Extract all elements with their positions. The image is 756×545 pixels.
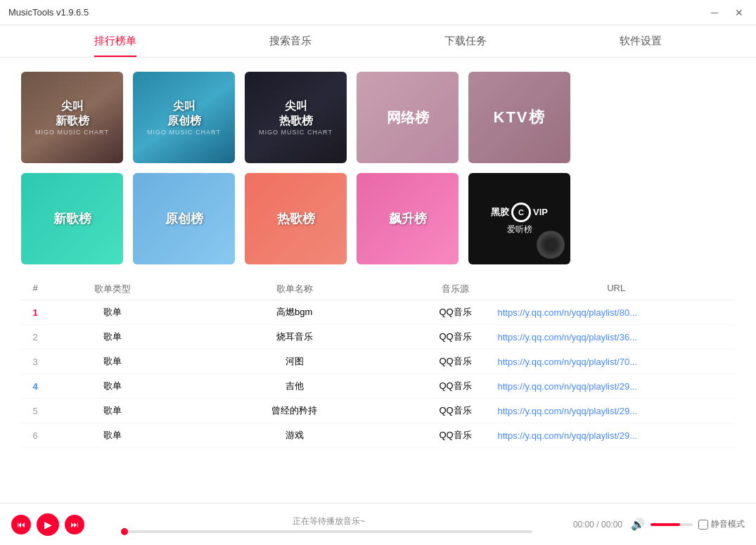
tab-settings[interactable]: 软件设置 [553,25,728,57]
col-header-type: 歌单类型 [49,283,176,295]
volume-fill [651,523,680,526]
player-controls: ⏮ ▶ ⏭ [11,513,84,536]
row-5-num: 5 [21,406,49,416]
row-6-url: https://y.qq.com/n/yqq/playlist/29... [498,430,736,441]
row-6-num: 6 [21,430,49,441]
card-hot-songs-label: 热歌榜 [277,210,315,227]
table-row[interactable]: 3 歌单 河图 QQ音乐 https://y.qq.com/n/yqq/play… [21,350,735,374]
card-hot-songs[interactable]: 热歌榜 [245,173,347,264]
table-row[interactable]: 4 歌单 吉他 QQ音乐 https://y.qq.com/n/yqq/play… [21,374,735,399]
minimize-button[interactable]: ─ [707,6,722,20]
table-row[interactable]: 6 歌单 游戏 QQ音乐 https://y.qq.com/n/yqq/play… [21,423,735,448]
tab-search[interactable]: 搜索音乐 [203,25,378,57]
prev-button[interactable]: ⏮ [11,515,31,534]
player-time: 00:00 / 00:00 [573,520,622,530]
vinyl-vip-logo: 黑胶 C VIP 爱听榜 [491,203,548,236]
row-3-type: 歌单 [49,355,176,368]
row-3-num: 3 [21,357,49,367]
row-3-name: 河图 [176,355,414,368]
table-row[interactable]: 5 歌单 曾经的矜持 QQ音乐 https://y.qq.com/n/yqq/p… [21,399,735,423]
row-4-type: 歌单 [49,380,176,392]
row-1-name: 高燃bgm [176,306,414,319]
table-header: # 歌单类型 歌单名称 音乐源 URL [21,278,735,300]
table-row[interactable]: 2 歌单 烧耳音乐 QQ音乐 https://y.qq.com/n/yqq/pl… [21,325,735,350]
col-header-url: URL [498,283,736,295]
card-migu-hot[interactable]: 尖叫热歌榜 MIGO MUSIC CHART [245,72,347,163]
card-rising-label: 飙升榜 [389,210,427,227]
charts-row-2: 新歌榜 原创榜 热歌榜 飙升榜 黑胶 C VIP [21,173,735,264]
row-2-name: 烧耳音乐 [176,331,414,343]
row-2-url: https://y.qq.com/n/yqq/playlist/36... [498,332,736,342]
player-bar: ⏮ ▶ ⏭ 正在等待播放音乐~ 00:00 / 00:00 🔊 静音模式 [0,503,756,545]
row-3-url: https://y.qq.com/n/yqq/playlist/70... [498,357,736,367]
charts-section: 尖叫新歌榜 MIGO MUSIC CHART 尖叫原创榜 MIGO MUSIC … [21,72,735,264]
close-button[interactable]: ✕ [731,6,748,20]
card-new-songs[interactable]: 新歌榜 [21,173,123,264]
row-4-url: https://y.qq.com/n/yqq/playlist/29... [498,381,736,392]
player-progress [93,530,565,533]
row-5-url: https://y.qq.com/n/yqq/playlist/29... [498,406,736,416]
window-controls: ─ ✕ [707,6,748,20]
row-5-source: QQ音乐 [414,404,498,417]
row-1-type: 歌单 [49,306,176,319]
col-header-source: 音乐源 [414,283,498,295]
row-4-source: QQ音乐 [414,380,498,392]
card-original[interactable]: 原创榜 [133,173,235,264]
row-4-num: 4 [21,381,49,392]
progress-dot [121,528,128,535]
row-4-name: 吉他 [176,380,414,392]
playlist-table: # 歌单类型 歌单名称 音乐源 URL 1 歌单 高燃bgm QQ音乐 http… [21,278,735,448]
col-header-num: # [21,283,49,295]
card-network[interactable]: 网络榜 [357,72,459,163]
tab-downloads[interactable]: 下载任务 [378,25,553,57]
next-button[interactable]: ⏭ [65,515,84,534]
title-bar: MusicTools v1.9.6.5 ─ ✕ [0,0,756,25]
row-2-num: 2 [21,332,49,342]
mute-label: 静音模式 [711,518,745,530]
volume-icon: 🔊 [631,518,645,531]
card-migu-original[interactable]: 尖叫原创榜 MIGO MUSIC CHART [133,72,235,163]
row-3-source: QQ音乐 [414,355,498,368]
row-6-type: 歌单 [49,429,176,442]
row-1-source: QQ音乐 [414,306,498,319]
row-1-num: 1 [21,307,49,318]
charts-row-1: 尖叫新歌榜 MIGO MUSIC CHART 尖叫原创榜 MIGO MUSIC … [21,72,735,163]
row-6-source: QQ音乐 [414,429,498,442]
row-1-url: https://y.qq.com/n/yqq/playlist/80... [498,307,736,318]
card-ktv-label: KTV榜 [494,107,546,128]
volume-bar[interactable] [651,523,693,526]
row-5-name: 曾经的矜持 [176,404,414,417]
player-status: 正在等待播放音乐~ [93,515,565,533]
tab-charts[interactable]: 排行榜单 [28,25,203,57]
nav-tabs: 排行榜单 搜索音乐 下载任务 软件设置 [0,25,756,58]
row-5-type: 歌单 [49,404,176,417]
mute-checkbox[interactable] [698,520,708,530]
player-status-text: 正在等待播放音乐~ [93,515,565,527]
row-6-name: 游戏 [176,429,414,442]
card-migu-new[interactable]: 尖叫新歌榜 MIGO MUSIC CHART [21,72,123,163]
col-header-name: 歌单名称 [176,283,414,295]
card-vinyl-vip[interactable]: 黑胶 C VIP 爱听榜 [468,173,570,264]
card-new-songs-label: 新歌榜 [53,210,91,227]
card-original-label: 原创榜 [165,210,203,227]
player-right: 🔊 静音模式 [631,518,745,531]
row-2-source: QQ音乐 [414,331,498,343]
progress-bar[interactable] [124,530,532,533]
table-row[interactable]: 1 歌单 高燃bgm QQ音乐 https://y.qq.com/n/yqq/p… [21,300,735,325]
row-2-type: 歌单 [49,331,176,343]
app-title: MusicTools v1.9.6.5 [8,7,89,18]
mute-area[interactable]: 静音模式 [698,518,745,530]
play-button[interactable]: ▶ [37,513,59,536]
vinyl-disc-image [537,231,565,259]
card-network-label: 网络榜 [387,108,429,127]
card-rising[interactable]: 飙升榜 [357,173,459,264]
card-ktv[interactable]: KTV榜 [468,72,570,163]
main-content: 尖叫新歌榜 MIGO MUSIC CHART 尖叫原创榜 MIGO MUSIC … [0,58,756,503]
